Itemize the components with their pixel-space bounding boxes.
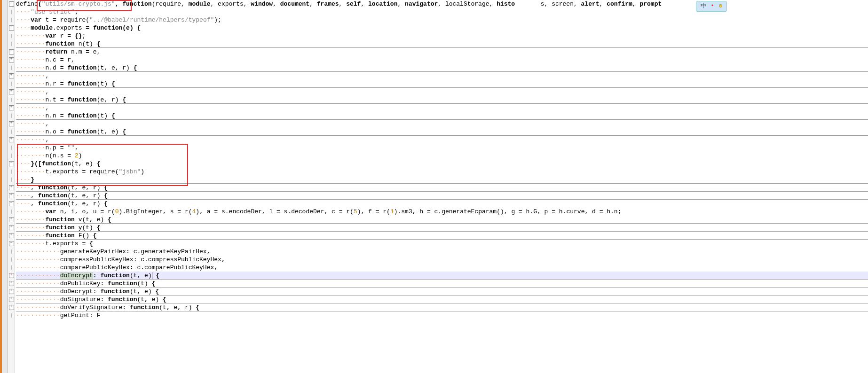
code-line[interactable]: ········function y(t) { — [16, 224, 868, 232]
code-line[interactable]: ········n.p = "", — [16, 144, 868, 152]
ime-lang-indicator[interactable]: 中 — [699, 2, 708, 10]
code-line[interactable]: ············comparePublicKeyHex: c.compa… — [16, 264, 868, 272]
fold-toggle — [8, 8, 15, 16]
code-line[interactable]: ········n.d = function(t, e, r) { — [16, 64, 868, 72]
code-line[interactable]: ····, function(t, e, r) { — [16, 184, 868, 192]
code-line[interactable]: ····, function(t, e, r) { — [16, 200, 868, 208]
ime-settings-icon[interactable]: ⚙ — [718, 2, 724, 10]
fold-toggle[interactable]: + — [8, 72, 15, 80]
code-line[interactable]: ········var n, i, o, u = r(0).BigInteger… — [16, 208, 868, 216]
fold-toggle — [8, 16, 15, 24]
fold-toggle[interactable]: − — [8, 200, 15, 208]
fold-toggle — [8, 152, 15, 160]
fold-toggle — [8, 168, 15, 176]
fold-toggle — [8, 264, 15, 272]
fold-toggle — [8, 96, 15, 104]
fold-toggle — [8, 248, 15, 256]
code-line[interactable]: ········, — [16, 136, 868, 144]
fold-toggle[interactable]: − — [8, 240, 15, 248]
fold-toggle — [8, 40, 15, 48]
code-line[interactable]: ········function v(t, e) { — [16, 216, 868, 224]
code-line[interactable]: ············getPoint: F — [16, 311, 868, 319]
fold-toggle — [8, 32, 15, 40]
fold-toggle[interactable]: + — [8, 280, 15, 288]
fold-toggle[interactable]: + — [8, 216, 15, 224]
fold-toggle — [8, 311, 15, 319]
ime-dot-icon[interactable]: • — [710, 2, 716, 10]
code-line[interactable]: ········n.r = function(t) { — [16, 80, 868, 88]
code-line[interactable]: ············doPublicKey: function(t) { — [16, 280, 868, 288]
code-line[interactable]: ····, function(t, e, r) { — [16, 192, 868, 200]
fold-toggle — [8, 128, 15, 136]
code-line[interactable]: ········n.n = function(t) { — [16, 112, 868, 120]
code-line[interactable]: ········t.exports = { — [16, 240, 868, 248]
code-line[interactable]: ········n.o = function(t, e) { — [16, 128, 868, 136]
fold-toggle[interactable]: + — [8, 184, 15, 192]
fold-toggle[interactable]: + — [8, 303, 15, 311]
fold-column[interactable]: −−−++++++−++−+++−+++++ — [8, 0, 15, 373]
code-line[interactable]: ········function n(t) { — [16, 40, 868, 48]
fold-toggle — [8, 256, 15, 264]
fold-toggle — [8, 208, 15, 216]
code-line[interactable]: ········, — [16, 72, 868, 80]
code-line[interactable]: ········t.exports = require("jsbn") — [16, 168, 868, 176]
code-line[interactable]: ····} — [16, 176, 868, 184]
fold-toggle[interactable]: + — [8, 288, 15, 295]
fold-toggle — [8, 176, 15, 184]
fold-toggle[interactable]: + — [8, 56, 15, 64]
code-line[interactable]: ············doVerifySignature: function(… — [16, 303, 868, 311]
fold-toggle[interactable]: − — [8, 0, 15, 8]
fold-toggle[interactable]: − — [8, 160, 15, 168]
code-line[interactable]: ············doSignature: function(t, e) … — [16, 295, 868, 303]
code-line[interactable]: ············doEncrypt: function(t, e) { — [16, 272, 868, 280]
code-editor[interactable]: −−−++++++−++−+++−+++++ define("utils/sm-… — [0, 0, 868, 373]
code-line[interactable]: ····var t = require("../@babel/runtime/h… — [16, 16, 868, 24]
fold-toggle[interactable]: + — [8, 192, 15, 200]
code-line[interactable]: ········n.c = r, — [16, 56, 868, 64]
code-line[interactable]: ····"use strict"; — [16, 8, 868, 16]
code-line[interactable]: ····module.exports = function(e) { — [16, 24, 868, 32]
fold-toggle — [8, 64, 15, 72]
fold-toggle[interactable]: + — [8, 104, 15, 112]
code-line[interactable]: ········return n.m = e, — [16, 48, 868, 56]
code-line[interactable]: define("utils/sm-crypto.js", function(re… — [16, 0, 868, 8]
fold-toggle[interactable]: + — [8, 88, 15, 96]
editor-gutter — [2, 0, 8, 373]
fold-toggle — [8, 112, 15, 120]
fold-toggle[interactable]: + — [8, 224, 15, 232]
fold-toggle[interactable]: + — [8, 136, 15, 144]
fold-toggle[interactable]: + — [8, 120, 15, 128]
fold-toggle[interactable]: + — [8, 232, 15, 240]
fold-toggle — [8, 144, 15, 152]
code-line[interactable]: ········, — [16, 88, 868, 96]
code-line[interactable]: ············compressPublicKeyHex: c.comp… — [16, 256, 868, 264]
fold-toggle[interactable]: − — [8, 24, 15, 32]
fold-toggle[interactable]: − — [8, 48, 15, 56]
ime-toolbar[interactable]: 中 • ⚙ — [696, 1, 727, 12]
code-area[interactable]: define("utils/sm-crypto.js", function(re… — [15, 0, 868, 373]
code-line[interactable]: ············doDecrypt: function(t, e) { — [16, 288, 868, 295]
code-line[interactable]: ············generateKeyPairHex: c.genera… — [16, 248, 868, 256]
code-line[interactable]: ········, — [16, 104, 868, 112]
code-line[interactable]: ········n.t = function(e, r) { — [16, 96, 868, 104]
code-line[interactable]: ····}([function(t, e) { — [16, 160, 868, 168]
fold-toggle — [8, 80, 15, 88]
code-line[interactable]: ········var r = {}; — [16, 32, 868, 40]
code-line[interactable]: ········n(n.s = 2) — [16, 152, 868, 160]
fold-toggle[interactable]: + — [8, 272, 15, 280]
code-line[interactable]: ········function F() { — [16, 232, 868, 240]
code-line[interactable]: ········, — [16, 120, 868, 128]
fold-toggle[interactable]: + — [8, 295, 15, 303]
